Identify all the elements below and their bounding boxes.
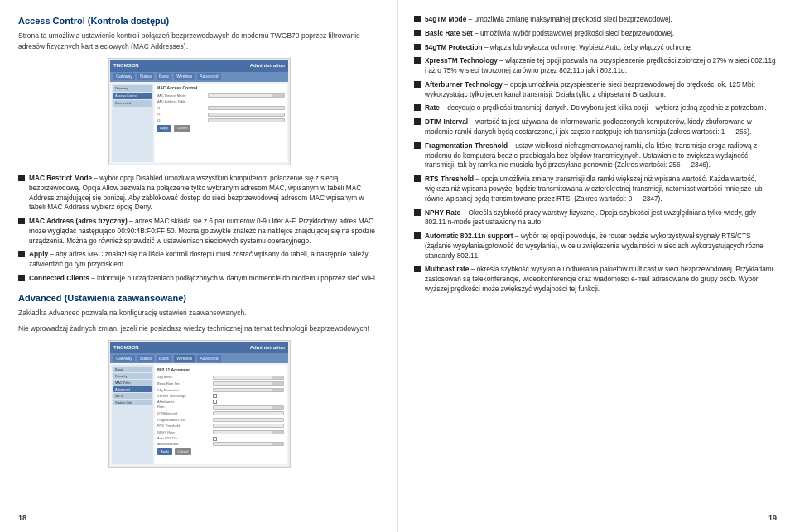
bullet-square-1: [18, 175, 25, 181]
r-text-11: Automatic 802.11n support – wybór tej op…: [425, 232, 777, 261]
ss2-label-auto: Auto 802.11n:: [157, 436, 211, 441]
screenshot-nav-basic: Basic: [157, 73, 171, 80]
ss2-label-multicast: Multicast Rate:: [157, 442, 211, 447]
screenshot-header-1: THOMSON Administration: [110, 60, 288, 72]
screenshot-header-2: THOMSON Administration: [110, 342, 288, 353]
screenshot-sidebar-1: Gateway Access Control Connected: [112, 84, 153, 162]
screenshot-inner-2: THOMSON Administration Gateway Status Ba…: [110, 342, 288, 466]
r-text-8: Fragmentation Threshold – ustaw wielkośc…: [425, 141, 777, 170]
ss2-row-dtim: DTIM Interval:: [157, 411, 284, 416]
r-text-7: DTIM Interval – wartość ta jest używana …: [425, 117, 777, 137]
screenshot-nav2-wireless: Wireless: [174, 355, 195, 362]
ss2-row-protection: 54g Protection:: [157, 388, 284, 393]
sidebar-access-control: Access Control: [113, 93, 152, 99]
right-bullet-list: 54gTM Mode – umożliwia zmianę maksymalne…: [414, 15, 777, 295]
ss2-checkbox-xpress: [213, 394, 217, 398]
r-text-1: 54gTM Mode – umożliwia zmianę maksymalne…: [425, 15, 672, 25]
bullet-text-2: MAC Address (adres fizyczny) – adres MAC…: [29, 217, 380, 246]
screenshot-nav-wireless: Wireless: [174, 73, 195, 80]
screenshot-nav-gateway: Gateway: [113, 73, 135, 80]
bullet-square-2: [18, 218, 25, 224]
ss2-security: Security: [113, 373, 152, 379]
screenshot-buttons: Apply Cancel: [157, 125, 285, 132]
ss2-field-protection: [213, 388, 284, 392]
right-column: 54gTM Mode – umożliwia zmianę maksymalne…: [398, 0, 795, 532]
screenshot-label-3: #2: [157, 112, 206, 117]
r-text-3: 54gTM Protection – włącza lub wyłącza oc…: [425, 43, 692, 53]
ss2-label-nphy: NPHY Rate:: [157, 430, 211, 435]
screenshot-label-4: #3: [157, 118, 206, 123]
screenshot-row-2: #1: [157, 106, 285, 111]
screenshot-nav-2: Gateway Status Basic Wireless Advanced: [110, 353, 288, 363]
bullet-square-4: [18, 275, 25, 281]
screenshot-nav-1: Gateway Status Basic Wireless Advanced: [110, 72, 288, 82]
screenshot-row-4: #3: [157, 118, 285, 123]
screenshot-cancel-btn: Cancel: [174, 125, 190, 132]
screenshot-apply-btn: Apply: [157, 125, 171, 132]
screenshot-sidebar-2: Basic Security MAC Filter Advanced WPS S…: [112, 365, 153, 464]
r-bullet-9: [414, 175, 421, 182]
ss2-label-rate: Rate:: [157, 405, 211, 410]
ss2-basic: Basic: [113, 367, 152, 372]
bullet-text-3: Apply – aby adres MAC znalazł się na liś…: [29, 250, 380, 270]
screenshot-title-1: Administration: [250, 62, 285, 69]
list-item-mac-address: MAC Address (adres fizyczny) – adres MAC…: [18, 217, 380, 246]
ss2-field-dtim: [213, 411, 284, 415]
ss2-advanced: Advanced: [113, 386, 152, 392]
r-bullet-3: [414, 44, 421, 50]
ss2-label-54g: 54g Mode:: [157, 375, 211, 380]
right-item-rts: RTS Threshold – opcja umożliwia zmiany t…: [414, 175, 777, 204]
bullet-square-3: [18, 251, 25, 257]
screenshot-body-1: Gateway Access Control Connected MAC Acc…: [110, 82, 288, 164]
page-number-right: 19: [768, 513, 777, 524]
ss2-station-info: Station Info: [113, 400, 152, 405]
screenshot-advanced: THOMSON Administration Gateway Status Ba…: [108, 340, 291, 468]
screenshot-field-4: [208, 118, 285, 122]
screenshot-label-1: MAC Restrict Mode:: [157, 93, 206, 98]
ss2-field-frag: [213, 418, 284, 422]
section-desc-advanced-1: Zakładka Advanced pozwala na konfiguracj…: [18, 308, 380, 318]
ss2-checkbox-auto: [213, 437, 217, 441]
r-text-4: XpressTM Technology – włączenie tej opcj…: [425, 56, 777, 76]
ss2-label-protection: 54g Protection:: [157, 388, 211, 393]
list-item-mac-restrict: MAC Restrict Mode – wybór opcji Disabled…: [18, 174, 380, 213]
page-number-left: 18: [18, 513, 26, 524]
ss2-row-frag: Fragmentation Thr.:: [157, 418, 284, 423]
ss2-row-54g: 54g Mode:: [157, 375, 284, 380]
screenshot-main-1: MAC Access Control MAC Restrict Mode: MA…: [155, 84, 287, 162]
list-item-connected: Connected Clients – informuje o urządzen…: [18, 274, 380, 284]
r-bullet-6: [414, 104, 421, 111]
r-bullet-11: [414, 232, 421, 239]
ss2-field-rts: [213, 424, 284, 428]
sidebar-connected-clients: Connected: [113, 100, 152, 107]
r-bullet-5: [414, 81, 421, 88]
screenshot-access-control: THOMSON Administration Gateway Status Ba…: [108, 58, 291, 165]
right-item-dtim: DTIM Interval – wartość ta jest używana …: [414, 117, 777, 137]
screenshot-nav2-gateway: Gateway: [113, 355, 135, 362]
screenshot-body-2: Basic Security MAC Filter Advanced WPS S…: [110, 363, 288, 466]
ss2-apply-btn: Apply: [157, 448, 172, 455]
ss2-label-frag: Fragmentation Thr.:: [157, 418, 211, 423]
right-item-54g-mode: 54gTM Mode – umożliwia zmianę maksymalne…: [414, 15, 777, 25]
sidebar-gateway: Gateway: [113, 85, 152, 92]
r-bullet-12: [414, 266, 421, 272]
screenshot-title-2: Administration: [250, 344, 285, 351]
screenshot-page-title-1: MAC Access Control: [157, 85, 285, 91]
r-bullet-2: [414, 30, 421, 36]
right-item-xpress: XpressTM Technology – włączenie tej opcj…: [414, 56, 777, 76]
ss2-field-basic-rate: [213, 381, 284, 386]
section-advanced: Advanced (Ustawienia zaawansowane) Zakła…: [18, 292, 380, 468]
ss2-checkbox-afterburner: [213, 400, 217, 404]
screenshot-row-1: MAC Restrict Mode:: [157, 93, 285, 98]
screenshot-row-3: #2: [157, 112, 285, 117]
section-desc-advanced-2: Nie wprowadzaj żadnych zmian, jeżeli nie…: [18, 324, 380, 333]
ss2-field-rate: [213, 405, 284, 410]
r-bullet-7: [414, 118, 421, 125]
screenshot-field-1: [208, 93, 285, 98]
ss2-label-xpress: XPress Technology:: [157, 394, 211, 399]
ss2-field-54g: [213, 376, 284, 380]
screenshot-label-2: #1: [157, 106, 206, 111]
screenshot-nav-advanced: Advanced: [197, 73, 220, 80]
ss2-row-multicast: Multicast Rate:: [157, 442, 284, 447]
bullet-text-1: MAC Restrict Mode – wybór opcji Disabled…: [29, 174, 380, 213]
